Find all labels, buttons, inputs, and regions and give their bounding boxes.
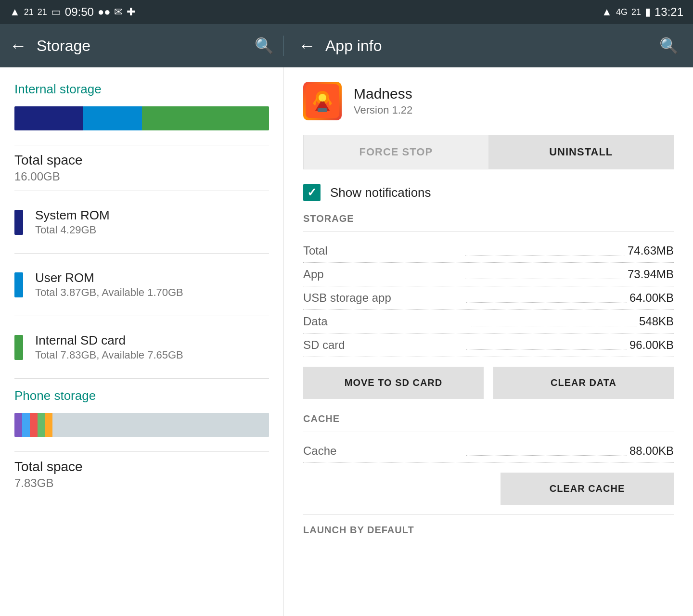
storage-row-usb: USB storage app 64.00KB <box>303 286 674 310</box>
total-space-value: 16.00GB <box>14 170 269 183</box>
storage-title: Storage <box>37 37 245 55</box>
sim-right-icon: 21 <box>631 7 641 17</box>
divider-5 <box>14 378 269 379</box>
notification-checkbox[interactable]: ✓ <box>303 184 321 201</box>
phone-bar-red <box>30 413 38 437</box>
divider-6 <box>14 451 269 452</box>
storage-row-usb-dots <box>466 302 627 303</box>
user-rom-info: User ROM Total 3.87GB, Available 1.70GB <box>35 270 183 299</box>
storage-row-total-dots <box>465 255 625 256</box>
app-icon <box>303 82 342 120</box>
total-space-label: Total space <box>14 153 269 168</box>
app-header: Madness Version 1.22 <box>303 82 674 120</box>
force-stop-button[interactable]: FORCE STOP <box>304 135 488 169</box>
internal-sd-detail: Total 7.83GB, Available 7.65GB <box>35 349 183 361</box>
storage-row-app-dots <box>465 279 625 279</box>
storage-row-sdcard-value: 96.00KB <box>629 338 674 352</box>
right-time: 13:21 <box>654 5 683 19</box>
storage-row-usb-name: USB storage app <box>303 291 464 305</box>
storage-row-usb-value: 64.00KB <box>629 291 674 305</box>
storage-row-app-value: 73.94MB <box>628 268 674 281</box>
app-name: Madness <box>354 86 412 102</box>
system-rom-item: System ROM Total 4.29GB <box>14 198 269 246</box>
left-time: 09:50 <box>65 5 94 19</box>
check-icon: ✓ <box>307 186 317 199</box>
appinfo-app-bar: ← App info 🔍 <box>284 36 693 56</box>
clear-data-button[interactable]: CLEAR DATA <box>493 367 674 399</box>
battery-icon-left: ▭ <box>51 6 61 18</box>
storage-app-bar: ← Storage 🔍 <box>0 36 284 56</box>
notification-row[interactable]: ✓ Show notifications <box>303 184 674 201</box>
storage-row-total-value: 74.63MB <box>628 244 674 257</box>
user-rom-detail: Total 3.87GB, Available 1.70GB <box>35 286 183 299</box>
system-rom-info: System ROM Total 4.29GB <box>35 208 110 236</box>
internal-sd-color <box>14 335 23 360</box>
phone-bar-purple <box>14 413 22 437</box>
internal-storage-bar <box>14 106 269 130</box>
move-to-sd-button[interactable]: MOVE TO SD CARD <box>303 367 484 399</box>
system-rom-name: System ROM <box>35 208 110 223</box>
phone-bar-orange <box>45 413 53 437</box>
phone-storage-section: Phone storage Total space 7.83GB <box>14 388 269 490</box>
main-content: Internal storage Total space 16.00GB Sys… <box>0 67 693 616</box>
dot-icons: ●● <box>98 6 111 18</box>
storage-row-data-value: 548KB <box>639 315 674 328</box>
status-bar: ▲ 21 21 ▭ 09:50 ●● ✉ ✚ ▲ 4G 21 ▮ 13:21 <box>0 0 693 24</box>
appinfo-back-button[interactable]: ← <box>298 36 316 56</box>
storage-row-total: Total 74.63MB <box>303 239 674 263</box>
plus-icon: ✚ <box>127 6 135 18</box>
app-icon-svg <box>306 84 339 118</box>
storage-row-data-dots <box>471 326 637 326</box>
total-space-section: Total space 16.00GB <box>14 153 269 183</box>
launch-by-default-header: LAUNCH BY DEFAULT <box>303 525 674 536</box>
phone-bar-empty <box>52 413 269 437</box>
storage-row-app: App 73.94MB <box>303 263 674 286</box>
app-info: Madness Version 1.22 <box>354 86 412 116</box>
system-rom-detail: Total 4.29GB <box>35 224 110 236</box>
cache-divider <box>303 432 674 432</box>
storage-row-sdcard-name: SD card <box>303 338 464 352</box>
storage-detail-table: Total 74.63MB App 73.94MB USB storage ap… <box>303 239 674 357</box>
phone-storage-bar <box>14 413 269 437</box>
svg-point-3 <box>319 94 326 102</box>
phone-total-value: 7.83GB <box>14 476 269 490</box>
app-icon-image <box>303 82 342 120</box>
phone-storage-label: Phone storage <box>14 388 269 403</box>
storage-row-total-name: Total <box>303 244 463 257</box>
cache-button-row: CLEAR CACHE <box>303 473 674 505</box>
4g-icon: 4G <box>616 7 628 17</box>
divider-2 <box>14 191 269 191</box>
notification-label: Show notifications <box>330 185 431 200</box>
status-left: ▲ 21 21 ▭ 09:50 ●● ✉ ✚ <box>10 5 135 19</box>
storage-row-app-name: App <box>303 268 463 281</box>
appinfo-panel: Madness Version 1.22 FORCE STOP UNINSTAL… <box>284 67 693 616</box>
internal-sd-info: Internal SD card Total 7.83GB, Available… <box>35 333 183 361</box>
cache-row: Cache 88.00KB <box>303 439 674 463</box>
action-buttons: FORCE STOP UNINSTALL <box>303 135 674 169</box>
svg-rect-4 <box>318 108 327 112</box>
uninstall-button[interactable]: UNINSTALL <box>489 135 674 169</box>
system-rom-bar-segment <box>14 106 83 130</box>
storage-row-data: Data 548KB <box>303 310 674 334</box>
storage-action-buttons: MOVE TO SD CARD CLEAR DATA <box>303 367 674 399</box>
divider-1 <box>14 145 269 145</box>
appinfo-search-button[interactable]: 🔍 <box>659 37 679 55</box>
storage-row-data-name: Data <box>303 315 469 328</box>
storage-back-button[interactable]: ← <box>10 36 27 56</box>
cache-row-dots <box>466 455 627 456</box>
storage-section-header: STORAGE <box>303 213 674 224</box>
cache-row-name: Cache <box>303 444 464 458</box>
wifi-icon-right: ▲ <box>602 6 612 18</box>
sim1-icon: 21 <box>24 7 34 17</box>
divider-3 <box>14 253 269 254</box>
phone-total-label: Total space <box>14 459 269 475</box>
user-rom-item: User ROM Total 3.87GB, Available 1.70GB <box>14 261 269 308</box>
storage-row-sdcard: SD card 96.00KB <box>303 334 674 357</box>
clear-cache-button[interactable]: CLEAR CACHE <box>500 473 674 505</box>
internal-sd-name: Internal SD card <box>35 333 183 348</box>
storage-row-sdcard-dots <box>466 349 627 350</box>
phone-bar-blue <box>22 413 30 437</box>
storage-divider <box>303 231 674 232</box>
storage-search-button[interactable]: 🔍 <box>255 37 274 55</box>
mail-icon: ✉ <box>114 6 123 18</box>
